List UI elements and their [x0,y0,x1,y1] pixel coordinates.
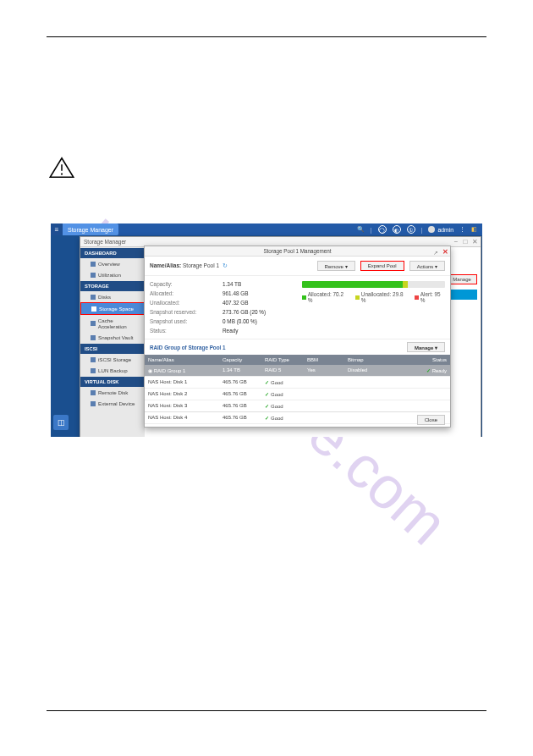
storage-space-icon [91,306,96,312]
dialog-title: Storage Pool 1 Management [263,248,331,254]
external-icon [91,401,96,406]
th-status: Status [387,355,450,365]
value-capacity: 1.34 TB [223,279,294,289]
os-topbar: ≡ Storage Manager 🔍 | ◯ ◐ ① | admin ⋮ ◧ [51,223,482,235]
manage-button[interactable]: Manage [447,274,477,284]
lun-icon [91,368,96,373]
window-title: Storage Manager [84,239,126,245]
value-snap-reserved: 273.76 GB (20 %) [223,307,294,317]
cache-icon [91,321,96,326]
raid-manage-button[interactable]: Manage ▾ [407,342,445,352]
user-icon[interactable]: ◯ [378,225,387,234]
th-bbm: BBM [304,355,344,365]
sidebar-header-iscsi: ISCSI [80,344,145,354]
iscsi-icon [91,357,96,362]
label-allocated: Allocated: [150,289,214,298]
page-bottom-rule [47,710,486,711]
label-capacity: Capacity: [150,279,214,289]
pool-management-dialog: Storage Pool 1 Management ↗ ✕ Name/Alias… [144,246,451,428]
kebab-icon[interactable]: ⋮ [459,226,465,233]
close-button[interactable]: Close [417,415,445,425]
label-unallocated: Unallocated: [150,298,214,307]
usage-bar-allocated [302,281,403,288]
overview-icon [91,262,96,267]
notifications-icon[interactable]: ① [407,225,415,234]
menu-icon[interactable]: ≡ [51,223,63,235]
value-allocated: 961.48 GB [223,289,294,298]
warning-icon [49,157,74,179]
dashboard-icon[interactable]: ◧ [471,226,477,233]
table-row[interactable]: NAS Host: Disk 1465.76 GB✓Good [145,377,450,389]
spinner-icon: ↻ [223,262,228,268]
label-snap-reserved: Snapshot reserved: [150,307,214,317]
admin-label: admin [437,227,453,233]
widgets-icon[interactable]: ◐ [393,225,401,234]
label-snap-used: Snapshot used: [150,317,214,326]
admin-chip[interactable]: admin [428,226,453,233]
sidebar-item-external[interactable]: External Device [80,398,145,409]
legend-allocated: Allocated: 70.2 % [308,291,347,303]
label-status: Status: [150,326,214,335]
table-row[interactable]: NAS Host: Disk 3465.76 GB✓Good [145,400,450,412]
actions-button[interactable]: Actions ▾ [409,261,445,271]
th-capacity: Capacity [219,355,261,365]
sidebar: DASHBOARD Overview Utilization STORAGE D… [80,247,145,437]
expand-pool-button[interactable]: Expand Pool [360,261,404,271]
name-label: Name/Alias: [150,262,181,268]
sidebar-item-utilization[interactable]: Utilization [80,269,145,280]
taskbar-app-label[interactable]: Storage Manager [63,223,118,235]
app-label-text: Storage Manager [68,227,113,233]
th-raid: RAID Type [261,355,304,365]
sidebar-header-storage: STORAGE [80,281,145,291]
usage-bar [302,281,445,288]
snapshot-icon [91,335,96,340]
sidebar-item-iscsi-storage[interactable]: iSCSI Storage [80,354,145,365]
table-row[interactable]: ◉ RAID Group 11.34 TBRAID 5YesDisabled✓R… [145,365,450,377]
utilization-icon [91,273,96,278]
search-icon[interactable]: 🔍 [357,226,365,233]
sidebar-item-cache[interactable]: Cache Acceleration [80,315,145,332]
dialog-footer: Close [145,411,450,427]
sidebar-item-storage-space[interactable]: Storage Space [80,302,145,315]
stats-block: Capacity: Allocated: Unallocated: Snapsh… [145,276,450,339]
clock-date: , Apr 13 [459,422,477,427]
disks-icon [91,295,96,300]
sidebar-item-remote[interactable]: Remote Disk [80,387,145,398]
remove-button[interactable]: Remove ▾ [317,261,355,271]
page-top-rule [47,36,486,37]
remote-icon [91,390,96,395]
minimize-icon[interactable]: − [453,239,459,246]
taskbar-app-icon[interactable]: ◫ [53,415,69,430]
clock-time: :49 [459,410,477,422]
th-bitmap: Bitmap [344,355,387,365]
svg-point-1 [61,173,63,174]
value-snap-used: 0 MB (0.00 %) [223,317,294,326]
topbar-icons: 🔍 | ◯ ◐ ① | admin ⋮ ◧ [357,225,482,234]
sidebar-item-snapshot[interactable]: Snapshot Vault [80,332,145,343]
name-value: Storage Pool 1 [183,262,219,268]
raid-section-header: RAID Group of Storage Pool 1 Manage ▾ [145,339,450,355]
th-name: Name/Alias [145,355,219,365]
legend-alert: Alert: 95 % [420,291,445,303]
usage-bar-snap [403,281,409,288]
sidebar-item-disks[interactable]: Disks [80,291,145,302]
table-header: Name/Alias Capacity RAID Type BBM Bitmap… [145,355,450,365]
sidebar-header-dashboard: DASHBOARD [80,248,145,258]
sidebar-item-overview[interactable]: Overview [80,258,145,269]
popout-icon[interactable]: ↗ [433,248,438,258]
dialog-titlebar: Storage Pool 1 Management ↗ ✕ [145,246,450,257]
clock: :49 , Apr 13 [459,410,477,427]
value-status: Ready [223,326,294,335]
sidebar-item-lun[interactable]: LUN Backup [80,365,145,376]
sidebar-header-virtual: VIRTUAL DISK [80,377,145,387]
table-row[interactable]: NAS Host: Disk 2465.76 GB✓Good [145,389,450,400]
value-unallocated: 407.32 GB [223,298,294,307]
legend-unallocated: Unallocated: 29.8 % [361,291,406,303]
maximize-icon[interactable]: □ [462,239,469,246]
close-icon[interactable]: ✕ [471,239,478,246]
raid-header-text: RAID Group of Storage Pool 1 [150,345,226,350]
dialog-header: Name/Alias: Storage Pool 1↻ Remove ▾ Exp… [145,257,450,276]
dialog-close-icon[interactable]: ✕ [442,247,448,257]
usage-legend: Allocated: 70.2 % Unallocated: 29.8 % Al… [302,291,445,303]
screenshot-desktop: ≡ Storage Manager 🔍 | ◯ ◐ ① | admin ⋮ ◧ … [51,223,482,437]
